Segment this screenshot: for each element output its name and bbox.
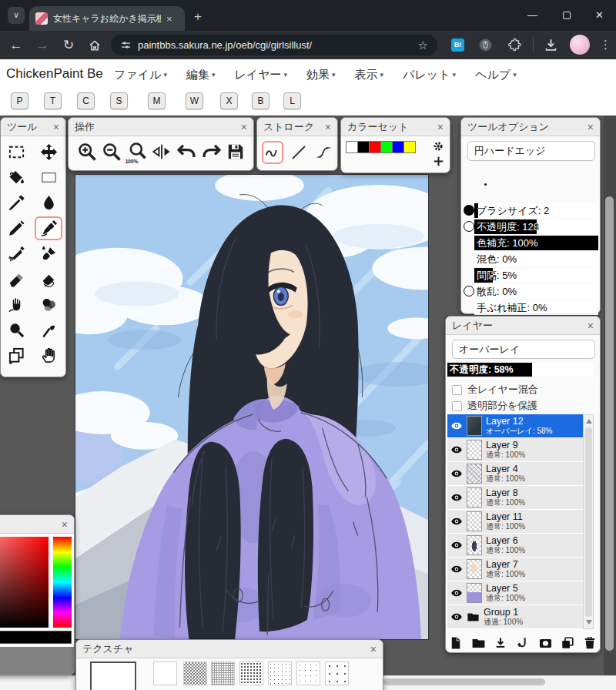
mouse-extension-icon[interactable] xyxy=(478,38,493,52)
browser-menu-icon[interactable]: ⋮ xyxy=(600,38,611,52)
scroll-down-arrow[interactable] xyxy=(586,620,592,625)
tool-pan-hand[interactable] xyxy=(35,343,62,367)
texture-swatch-crosshatch[interactable] xyxy=(211,662,235,685)
extensions-puzzle-icon[interactable] xyxy=(507,38,521,52)
layer-row[interactable]: Layer 11通常: 100% xyxy=(447,510,583,533)
zoom-out-button[interactable] xyxy=(101,141,122,162)
layer-row-selected[interactable]: Layer 12オーバーレイ: 58% xyxy=(447,414,583,437)
key-p[interactable]: P xyxy=(11,92,28,109)
url-text[interactable]: paintbbs.sakura.ne.jp/oeb/cgi/girlsillus… xyxy=(138,39,412,51)
texture-swatch-checker[interactable] xyxy=(183,662,207,685)
eye-icon[interactable] xyxy=(450,467,463,480)
layer-opacity-slider[interactable]: 不透明度: 58%不透明度: 58% xyxy=(447,363,594,377)
tool-move[interactable] xyxy=(35,140,62,164)
back-button[interactable]: ← xyxy=(3,38,29,53)
sample-all-layers-checkbox[interactable] xyxy=(452,385,462,395)
tool-rotate-canvas[interactable] xyxy=(2,343,30,367)
tool-airbrush[interactable] xyxy=(2,242,30,266)
spacing-slider[interactable]: 間隔: 5%間隔: 5% xyxy=(474,268,598,283)
merge-down-button[interactable] xyxy=(494,636,507,650)
tool-rect-select[interactable] xyxy=(2,140,30,164)
color-swatch-black[interactable] xyxy=(357,141,370,153)
menu-layer[interactable]: レイヤー▾ xyxy=(234,68,287,82)
stroke-bezier[interactable] xyxy=(314,141,336,164)
resaturation-slider[interactable]: 色補充: 100%色補充: 100% xyxy=(474,236,598,250)
layer-row[interactable]: Layer 4通常: 100% xyxy=(447,462,583,485)
redo-button[interactable] xyxy=(201,141,223,162)
eye-icon[interactable] xyxy=(450,539,463,551)
tool-gradient[interactable] xyxy=(35,166,62,189)
hatena-extension-icon[interactable]: B! xyxy=(451,39,464,52)
new-tab-button[interactable]: + xyxy=(194,9,202,25)
merge-group-button[interactable] xyxy=(516,636,530,650)
texture-swatch-none[interactable] xyxy=(153,662,177,685)
eye-icon[interactable] xyxy=(450,563,463,575)
close-icon[interactable]: × xyxy=(53,121,59,133)
close-icon[interactable]: × xyxy=(588,320,594,332)
color-swatch-white[interactable] xyxy=(346,141,358,153)
canvas-artwork[interactable] xyxy=(75,175,428,639)
texture-swatch-dots-very-sparse[interactable] xyxy=(325,662,349,685)
layer-row[interactable]: Layer 8通常: 100% xyxy=(447,486,583,509)
texture-swatch-dots-dense[interactable] xyxy=(239,662,263,685)
browser-tab[interactable]: 女性キャラお絵かき掲示板 - お絵か × xyxy=(29,6,185,31)
layer-row[interactable]: Layer 9通常: 100% xyxy=(447,438,583,461)
menu-edit[interactable]: 編集▾ xyxy=(186,68,216,82)
stroke-freehand-selected[interactable] xyxy=(262,141,283,164)
key-t[interactable]: T xyxy=(44,92,62,109)
menu-palette[interactable]: パレット▾ xyxy=(403,68,456,82)
texture-swatch-dots-sparse[interactable] xyxy=(296,662,320,685)
key-m[interactable]: M xyxy=(148,92,166,109)
hue-strip[interactable] xyxy=(53,537,72,628)
close-icon[interactable]: × xyxy=(62,518,68,531)
gear-icon[interactable] xyxy=(431,139,445,153)
delete-layer-button[interactable] xyxy=(583,636,597,650)
menu-file[interactable]: ファイル▾ xyxy=(114,68,167,82)
drawing-canvas[interactable] xyxy=(75,174,429,640)
tool-blender[interactable] xyxy=(35,293,62,317)
close-icon[interactable]: × xyxy=(370,643,377,655)
color-swatch-yellow[interactable] xyxy=(403,141,416,153)
tool-water-drop[interactable] xyxy=(35,191,62,215)
close-icon[interactable]: × xyxy=(325,121,331,133)
saturation-value-square[interactable] xyxy=(0,537,49,628)
add-layer-button[interactable] xyxy=(449,636,463,650)
menu-effect[interactable]: 効果▾ xyxy=(306,68,336,82)
undo-button[interactable] xyxy=(176,141,197,162)
tool-eraser[interactable] xyxy=(2,267,30,291)
tool-water-brush[interactable] xyxy=(35,242,62,266)
key-b[interactable]: B xyxy=(252,92,270,109)
bookmark-star-icon[interactable]: ☆ xyxy=(418,39,428,52)
vertical-scroll-thumb[interactable] xyxy=(605,196,614,651)
smoothing-slider[interactable]: 手ぶれ補正: 0%手ぶれ補正: 0% xyxy=(474,300,598,315)
tune-icon[interactable] xyxy=(120,39,132,51)
zoom-in-button[interactable] xyxy=(76,141,98,162)
key-s[interactable]: S xyxy=(110,92,128,109)
close-icon[interactable]: × xyxy=(437,121,444,133)
forward-button[interactable]: → xyxy=(29,38,55,53)
tool-dodge[interactable] xyxy=(2,318,30,342)
eye-icon[interactable] xyxy=(450,444,463,456)
layer-group-row[interactable]: Group 1通過: 100% xyxy=(447,605,583,628)
reload-button[interactable]: ↻ xyxy=(55,37,82,53)
color-swatch-red[interactable] xyxy=(369,141,381,153)
key-l[interactable]: L xyxy=(283,92,301,109)
add-color-icon[interactable] xyxy=(432,155,445,168)
menu-help[interactable]: ヘルプ▾ xyxy=(475,68,517,82)
key-x[interactable]: X xyxy=(220,92,238,109)
blend-mode-select[interactable]: オーバーレイ xyxy=(452,340,595,359)
tab-close-icon[interactable]: × xyxy=(166,13,172,25)
add-group-button[interactable] xyxy=(471,636,486,651)
brush-type-select[interactable]: 円ハードエッジ xyxy=(467,141,595,161)
tool-eyedropper[interactable] xyxy=(2,191,30,215)
layer-row[interactable]: Layer 7通常: 100% xyxy=(447,558,583,581)
horizontal-scroll-thumb[interactable] xyxy=(383,678,545,685)
window-maximize-button[interactable] xyxy=(563,12,571,19)
color-swatch-green[interactable] xyxy=(380,141,393,153)
save-button[interactable] xyxy=(226,142,246,162)
brush-size-slider[interactable]: ブラシサイズ: 2ブラシサイズ: 2 xyxy=(474,203,598,218)
color-swatch-blue[interactable] xyxy=(392,141,404,153)
menu-view[interactable]: 表示▾ xyxy=(355,68,384,82)
tool-pen-selected[interactable] xyxy=(35,216,62,240)
scroll-up-arrow[interactable] xyxy=(586,419,592,424)
